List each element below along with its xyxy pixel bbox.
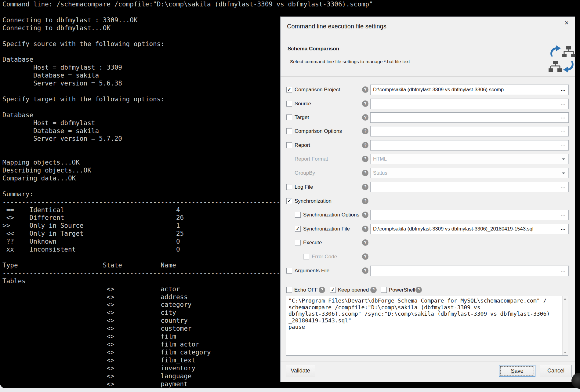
comparison-project-field[interactable]: D:\comp\sakila (dbfmylast-3309 vs dbfmyl…	[370, 85, 569, 95]
browse-button	[559, 126, 567, 135]
keep-opened-checkbox[interactable]: ✓	[330, 287, 336, 293]
help-icon[interactable]	[362, 198, 368, 204]
browse-button	[559, 266, 567, 274]
row-groupby: GroupBy Status	[281, 168, 575, 178]
comparison-options-checkbox[interactable]	[286, 128, 292, 134]
source-field[interactable]	[370, 99, 569, 109]
button-label: ave	[514, 368, 523, 374]
comparison-project-label: Comparison Project	[295, 85, 340, 95]
help-icon[interactable]	[362, 142, 368, 148]
help-icon[interactable]	[415, 287, 422, 293]
row-error-code: Error Code	[281, 252, 575, 262]
button-label: ancel	[551, 368, 564, 374]
dropdown-value: Status	[371, 168, 559, 178]
row-report-format: Report Format HTML	[281, 154, 575, 164]
chevron-down-icon	[562, 158, 565, 160]
help-icon[interactable]	[362, 86, 368, 93]
checkmark-icon: ✓	[287, 198, 292, 203]
browse-button	[559, 99, 567, 107]
report-checkbox[interactable]	[286, 142, 292, 148]
arguments-file-field[interactable]	[370, 266, 569, 276]
source-checkbox[interactable]	[286, 101, 292, 107]
report-label: Report	[295, 140, 310, 151]
row-comparison-options: Comparison Options	[281, 126, 575, 136]
row-synchronization-options: Synchronization Options	[281, 210, 575, 220]
synchronization-options-field[interactable]	[370, 210, 569, 220]
field-value: D:\comp\sakila (dbfmylast-3309 vs dbfmyl…	[371, 224, 559, 234]
row-source: Source	[281, 99, 575, 109]
browse-button	[559, 182, 567, 191]
help-icon[interactable]	[362, 212, 368, 218]
schema-comparison-heading: Schema Comparison	[288, 46, 339, 52]
synchronization-options-checkbox[interactable]	[295, 212, 301, 218]
error-code-checkbox	[303, 254, 309, 260]
powershell-label: PowerShell	[389, 286, 415, 294]
checkmark-icon: ✓	[330, 287, 335, 292]
synchronization-file-field[interactable]: D:\comp\sakila (dbfmylast-3309 vs dbfmyl…	[370, 224, 569, 234]
help-icon[interactable]	[362, 267, 368, 274]
scrollbar[interactable]	[562, 296, 568, 355]
cancel-button[interactable]: Cancel	[540, 365, 572, 377]
help-icon[interactable]	[362, 253, 368, 260]
synchronization-label: Synchronization	[295, 196, 332, 206]
button-label: alidate	[294, 368, 310, 374]
powershell-checkbox[interactable]	[381, 287, 387, 293]
comparison-project-checkbox[interactable]: ✓	[286, 87, 292, 93]
dialog-subtitle: Select command line file settings to man…	[290, 59, 410, 64]
report-field[interactable]	[370, 140, 569, 151]
scroll-up-icon[interactable]	[564, 298, 566, 300]
execute-checkbox[interactable]	[295, 240, 301, 245]
log-file-label: Log File	[295, 182, 313, 192]
target-checkbox[interactable]	[286, 114, 292, 120]
row-arguments-file: Arguments File	[281, 266, 575, 276]
browse-button	[559, 140, 567, 149]
help-icon[interactable]	[362, 239, 368, 246]
bat-file-text-area[interactable]: "C:\Program Files\Devart\dbForge Schema …	[286, 296, 568, 356]
keep-opened-label: Keep opened	[338, 286, 369, 294]
help-icon[interactable]	[362, 128, 368, 134]
browse-button	[559, 113, 567, 121]
help-icon[interactable]	[362, 170, 368, 176]
help-icon[interactable]	[362, 226, 368, 232]
comparison-options-field[interactable]	[370, 126, 569, 136]
row-synchronization-file: ✓ Synchronization File D:\comp\sakila (d…	[281, 224, 575, 234]
echo-off-label: Echo OFF	[294, 286, 318, 294]
synchronization-file-checkbox[interactable]: ✓	[295, 226, 301, 232]
help-icon[interactable]	[370, 287, 377, 293]
scroll-down-icon[interactable]	[564, 352, 566, 354]
bat-options-row: Echo OFF ✓ Keep opened PowerShell	[281, 286, 575, 294]
error-code-label: Error Code	[312, 252, 337, 262]
synchronization-options-label: Synchronization Options	[303, 210, 359, 220]
log-file-checkbox[interactable]	[286, 184, 292, 190]
field-value: D:\comp\sakila (dbfmylast-3309 vs dbfmyl…	[371, 85, 559, 94]
button-accesskey: V	[291, 368, 294, 374]
help-icon[interactable]	[362, 156, 368, 162]
help-icon[interactable]	[319, 287, 325, 293]
checkmark-icon: ✓	[295, 226, 300, 231]
synchronization-file-label: Synchronization File	[303, 224, 350, 234]
arguments-file-checkbox[interactable]	[286, 268, 292, 274]
synchronization-checkbox[interactable]: ✓	[286, 198, 292, 204]
save-button[interactable]: Save	[499, 365, 535, 377]
chevron-down-icon	[562, 172, 565, 174]
echo-off-checkbox[interactable]	[286, 287, 292, 293]
arguments-file-label: Arguments File	[295, 266, 329, 276]
browse-button[interactable]	[559, 224, 567, 233]
checkmark-icon: ✓	[287, 87, 292, 92]
validate-button[interactable]: Validate	[286, 365, 315, 377]
close-icon[interactable]	[563, 19, 571, 27]
browse-button[interactable]	[559, 85, 567, 93]
row-log-file: Log File	[281, 182, 575, 192]
help-icon[interactable]	[362, 184, 368, 190]
groupby-label: GroupBy	[295, 168, 315, 178]
help-icon[interactable]	[362, 114, 368, 121]
row-synchronization: ✓ Synchronization	[281, 196, 575, 206]
row-target: Target	[281, 112, 575, 123]
screen: Command line: /schemacompare /compfile:"…	[0, 0, 580, 392]
log-file-field[interactable]	[370, 182, 569, 192]
target-field[interactable]	[370, 112, 569, 123]
source-label: Source	[295, 99, 311, 109]
help-icon[interactable]	[362, 100, 368, 107]
schema-compare-icon	[549, 45, 575, 73]
button-accesskey: S	[511, 368, 514, 374]
